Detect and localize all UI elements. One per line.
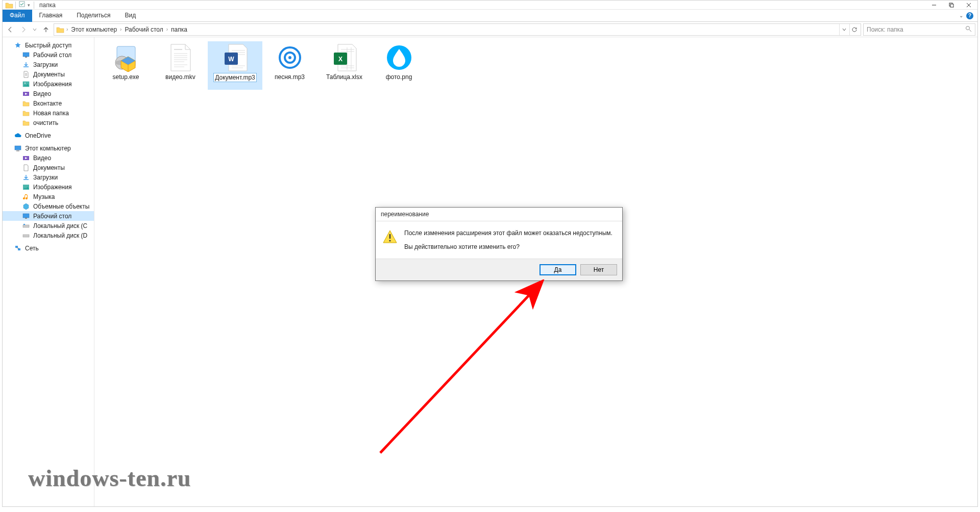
sidebar-item-desktop[interactable]: Рабочий стол	[3, 211, 94, 221]
sidebar-label: Новая папка	[33, 110, 69, 117]
svg-rect-25	[15, 246, 18, 248]
svg-text:X: X	[338, 56, 342, 63]
sidebar-label: Видео	[33, 90, 51, 97]
yes-button[interactable]: Да	[540, 264, 576, 275]
sidebar-item-folder[interactable]: Вконтакте	[3, 98, 94, 108]
dialog-footer: Да Нет	[376, 259, 622, 280]
rename-dialog: переименование После изменения расширени…	[375, 207, 623, 281]
music-icon	[22, 193, 30, 200]
breadcrumb[interactable]: папка	[169, 26, 189, 33]
ribbon-tabs: Файл Главная Поделиться Вид ⌄ ?	[3, 10, 977, 22]
sidebar-item-videos[interactable]: Видео	[3, 153, 94, 163]
sidebar-item-3d[interactable]: Объемные объекты	[3, 201, 94, 211]
sidebar-item-pictures[interactable]: Изображения	[3, 79, 94, 89]
qat-button[interactable]	[18, 1, 26, 9]
tab-home[interactable]: Главная	[32, 10, 70, 22]
video-icon	[22, 155, 30, 162]
up-button[interactable]	[40, 24, 52, 35]
sidebar-item-quick-access[interactable]: Быстрый доступ	[3, 40, 94, 50]
sidebar-item-documents[interactable]: Документы	[3, 163, 94, 172]
tab-file[interactable]: Файл	[3, 10, 32, 22]
sidebar-item-disk-c[interactable]: Локальный диск (C	[3, 221, 94, 231]
dialog-body: После изменения расширения этот файл мож…	[376, 221, 622, 259]
file-item[interactable]: видео.mkv	[153, 41, 208, 90]
installer-icon	[111, 42, 141, 73]
sidebar-label: Изображения	[33, 184, 71, 191]
sidebar-label: Музыка	[33, 193, 55, 200]
chevron-right-icon[interactable]: ›	[165, 27, 169, 32]
file-label: фото.png	[385, 73, 413, 81]
folder-icon	[22, 110, 30, 117]
forward-button[interactable]	[18, 24, 29, 35]
recent-dropdown[interactable]	[31, 24, 38, 35]
svg-rect-16	[15, 146, 21, 150]
file-item[interactable]: W Документ.mp3	[208, 41, 262, 90]
ribbon-expand-icon[interactable]: ⌄	[959, 13, 963, 18]
navigation-row: › Этот компьютер › Рабочий стол › папка …	[3, 22, 977, 37]
svg-point-48	[288, 56, 291, 59]
warning-icon	[382, 228, 398, 245]
minimize-button[interactable]	[925, 1, 943, 10]
tab-share[interactable]: Поделиться	[69, 10, 117, 22]
window-title: папка	[39, 2, 56, 9]
download-icon	[22, 174, 30, 181]
svg-point-6	[966, 26, 970, 30]
cloud-icon	[14, 132, 22, 139]
breadcrumb[interactable]: Этот компьютер	[69, 26, 119, 33]
title-bar: ▾ папка	[3, 1, 977, 10]
text-file-icon	[165, 42, 196, 73]
sidebar-item-onedrive[interactable]: OneDrive	[3, 131, 94, 140]
picture-icon	[22, 81, 30, 88]
sidebar: Быстрый доступ Рабочий стол Загрузки Док…	[3, 37, 94, 506]
qat-dropdown-icon[interactable]: ▾	[26, 3, 32, 8]
address-bar[interactable]: › Этот компьютер › Рабочий стол › папка	[54, 23, 861, 36]
download-icon	[22, 61, 30, 68]
chevron-right-icon[interactable]: ›	[65, 27, 69, 32]
sidebar-item-network[interactable]: Сеть	[3, 243, 94, 253]
folder-icon	[5, 2, 13, 9]
chevron-right-icon[interactable]: ›	[119, 27, 122, 32]
back-button[interactable]	[5, 24, 16, 35]
file-item[interactable]: песня.mp3	[262, 41, 317, 90]
sidebar-label: Изображения	[33, 81, 71, 88]
dialog-title: переименование	[376, 208, 622, 221]
breadcrumb[interactable]: Рабочий стол	[122, 26, 165, 33]
help-icon[interactable]: ?	[966, 12, 973, 19]
svg-rect-17	[16, 150, 19, 151]
sidebar-item-disk-d[interactable]: Локальный диск (D	[3, 231, 94, 240]
drop-icon	[384, 42, 414, 73]
sidebar-item-videos[interactable]: Видео	[3, 89, 94, 98]
file-item[interactable]: X Таблица.xlsx	[317, 41, 372, 90]
window-controls	[925, 1, 977, 10]
sidebar-label: Локальный диск (C	[33, 222, 87, 229]
address-dropdown-icon[interactable]	[839, 24, 848, 35]
sidebar-label: Загрузки	[33, 61, 58, 68]
search-placeholder: Поиск: папка	[867, 26, 903, 33]
quick-access-toolbar: ▾	[3, 1, 36, 9]
maximize-button[interactable]	[943, 1, 960, 10]
tab-view[interactable]: Вид	[117, 10, 143, 22]
file-label: Документ.mp3	[213, 73, 257, 82]
excel-file-icon: X	[329, 42, 360, 73]
sidebar-item-folder[interactable]: очистить	[3, 118, 94, 127]
close-button[interactable]	[960, 1, 977, 10]
sidebar-item-documents[interactable]: Документы	[3, 69, 94, 79]
sidebar-label: Рабочий стол	[33, 52, 71, 59]
sidebar-item-folder[interactable]: Новая папка	[3, 108, 94, 118]
sidebar-item-this-pc[interactable]: Этот компьютер	[3, 143, 94, 153]
search-icon	[965, 25, 972, 34]
file-item[interactable]: фото.png	[372, 41, 426, 90]
file-item[interactable]: setup.exe	[99, 41, 153, 90]
sidebar-item-downloads[interactable]: Загрузки	[3, 172, 94, 182]
refresh-icon[interactable]	[849, 24, 859, 35]
search-input[interactable]: Поиск: папка	[863, 23, 975, 36]
no-button[interactable]: Нет	[580, 264, 617, 275]
sidebar-label: Быстрый доступ	[25, 42, 71, 49]
svg-point-14	[24, 83, 26, 84]
sidebar-item-music[interactable]: Музыка	[3, 192, 94, 201]
sidebar-item-pictures[interactable]: Изображения	[3, 182, 94, 192]
sidebar-item-desktop[interactable]: Рабочий стол	[3, 50, 94, 60]
sidebar-item-downloads[interactable]: Загрузки	[3, 60, 94, 69]
sidebar-label: Объемные объекты	[33, 203, 89, 210]
svg-rect-3	[950, 4, 953, 7]
